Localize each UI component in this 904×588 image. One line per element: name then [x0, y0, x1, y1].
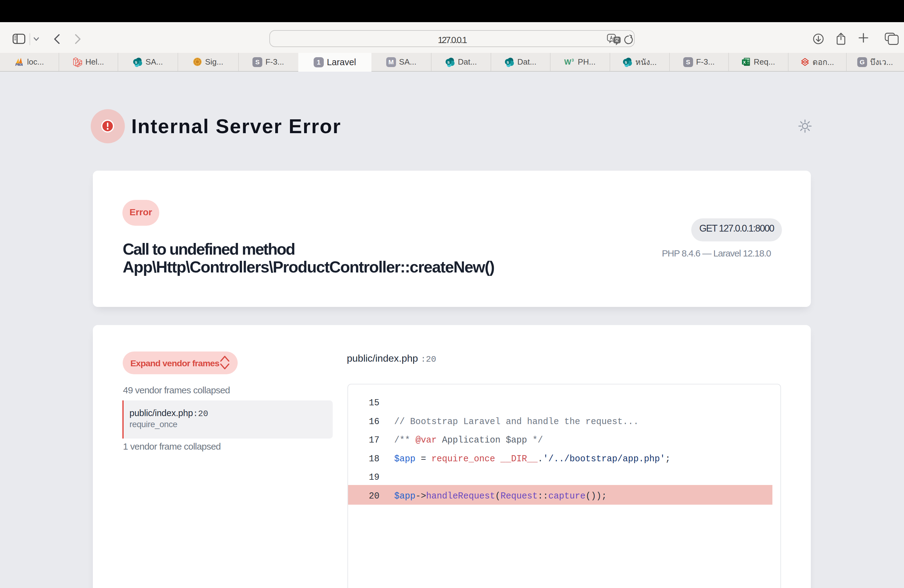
svg-text:PMA: PMA — [15, 63, 23, 66]
svg-text:s: s — [447, 59, 450, 64]
svg-text:3: 3 — [572, 58, 574, 62]
svg-text:s: s — [135, 59, 137, 64]
svg-text:X: X — [743, 60, 746, 64]
svg-text:s: s — [625, 59, 627, 64]
svg-text:s: s — [507, 59, 509, 64]
svg-text:W: W — [564, 58, 571, 66]
